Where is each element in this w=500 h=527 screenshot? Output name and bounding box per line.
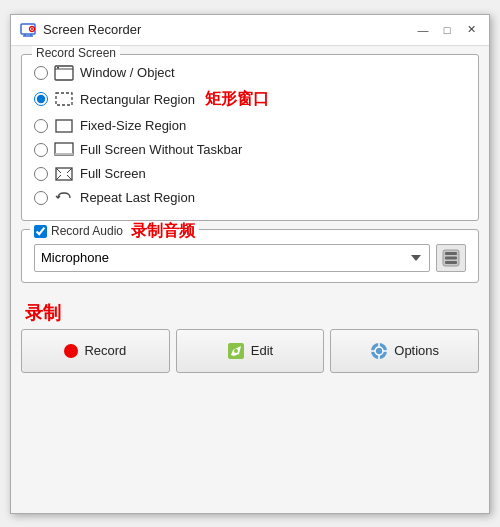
svg-line-15: [67, 168, 72, 173]
record-screen-group: Record Screen Window / Object: [21, 54, 479, 221]
svg-line-14: [56, 168, 61, 173]
fixed-size-icon: [54, 118, 74, 134]
svg-point-5: [31, 28, 33, 30]
option-fullscreen-notask[interactable]: Full Screen Without Taskbar: [34, 138, 466, 162]
radio-window-object[interactable]: [34, 66, 48, 80]
edit-button[interactable]: Edit: [176, 329, 325, 373]
svg-rect-10: [56, 120, 72, 132]
svg-rect-20: [445, 256, 457, 259]
svg-line-17: [67, 175, 72, 180]
close-button[interactable]: ✕: [461, 22, 481, 38]
svg-rect-19: [445, 252, 457, 255]
svg-rect-12: [55, 153, 73, 155]
main-window: Screen Recorder — □ ✕ Record Screen: [10, 14, 490, 514]
microphone-settings-button[interactable]: [436, 244, 466, 272]
record-button-label: Record: [84, 343, 126, 358]
option-fixed-size-label: Fixed-Size Region: [80, 118, 186, 133]
audio-label-wrap: Record Audio 录制音频: [30, 221, 199, 242]
maximize-button[interactable]: □: [437, 22, 457, 38]
record-annotation-area: 录制: [11, 301, 489, 329]
record-button[interactable]: Record: [21, 329, 170, 373]
record-dot-icon: [64, 344, 78, 358]
audio-annotation: 录制音频: [131, 221, 195, 242]
option-rectangular-region[interactable]: Rectangular Region 矩形窗口: [34, 85, 466, 114]
record-audio-checkbox[interactable]: [34, 225, 47, 238]
option-fixed-size-region[interactable]: Fixed-Size Region: [34, 114, 466, 138]
window-title: Screen Recorder: [43, 22, 413, 37]
record-audio-label: Record Audio: [51, 224, 123, 238]
fullscreen-notask-icon: [54, 142, 74, 158]
svg-rect-9: [56, 93, 72, 105]
toolbar: Record Edit: [11, 329, 489, 383]
option-repeat-last[interactable]: Repeat Last Region: [34, 186, 466, 210]
rectangular-annotation: 矩形窗口: [205, 89, 269, 110]
minimize-button[interactable]: —: [413, 22, 433, 38]
svg-line-16: [56, 175, 61, 180]
record-screen-label: Record Screen: [32, 46, 120, 60]
radio-repeat-last[interactable]: [34, 191, 48, 205]
microphone-row: Microphone: [34, 244, 466, 272]
option-rectangular-region-label: Rectangular Region: [80, 92, 195, 107]
microphone-select[interactable]: Microphone: [34, 244, 430, 272]
record-audio-group: Record Audio 录制音频 Microphone: [21, 229, 479, 283]
radio-fullscreen-notask[interactable]: [34, 143, 48, 157]
options-icon: [370, 342, 388, 360]
window-object-icon: [54, 65, 74, 81]
option-window-object-label: Window / Object: [80, 65, 175, 80]
radio-fixed-size[interactable]: [34, 119, 48, 133]
edit-icon: [227, 342, 245, 360]
rectangular-region-icon: [54, 91, 74, 107]
microphone-settings-icon: [442, 249, 460, 267]
record-chinese-annotation: 录制: [21, 301, 61, 325]
svg-point-24: [234, 349, 238, 353]
svg-rect-21: [445, 261, 457, 264]
options-button-label: Options: [394, 343, 439, 358]
title-bar: Screen Recorder — □ ✕: [11, 15, 489, 46]
repeat-icon: [54, 190, 74, 206]
svg-rect-8: [57, 67, 59, 69]
options-button[interactable]: Options: [330, 329, 479, 373]
radio-rectangular-region[interactable]: [34, 92, 48, 106]
edit-button-label: Edit: [251, 343, 273, 358]
window-controls: — □ ✕: [413, 22, 481, 38]
option-repeat-last-label: Repeat Last Region: [80, 190, 195, 205]
content-area: Record Screen Window / Object: [11, 46, 489, 301]
option-window-object[interactable]: Window / Object: [34, 61, 466, 85]
option-fullscreen[interactable]: Full Screen: [34, 162, 466, 186]
fullscreen-icon: [54, 166, 74, 182]
option-fullscreen-label: Full Screen: [80, 166, 146, 181]
option-fullscreen-notask-label: Full Screen Without Taskbar: [80, 142, 242, 157]
radio-fullscreen[interactable]: [34, 167, 48, 181]
app-icon: [19, 21, 37, 39]
